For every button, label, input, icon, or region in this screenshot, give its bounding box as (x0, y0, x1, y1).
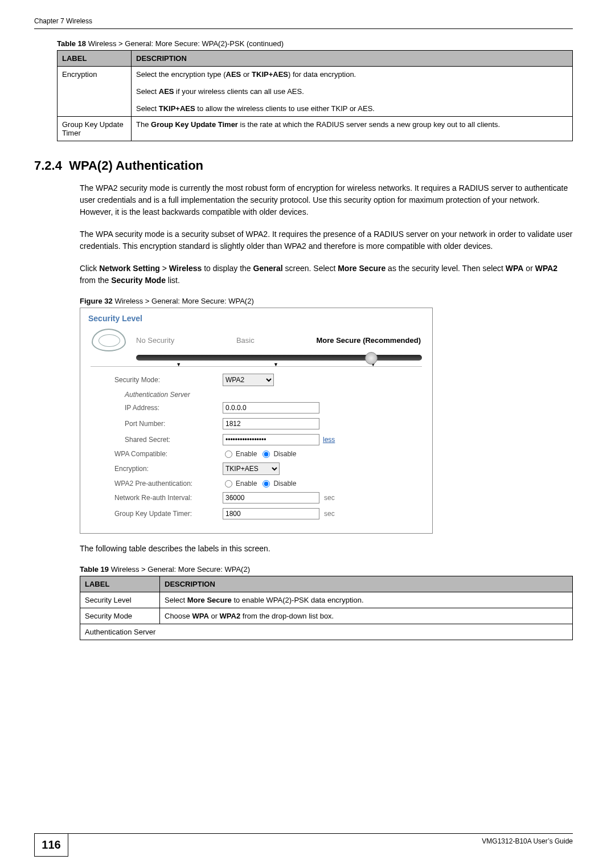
secret-row: Shared Secret: less (114, 434, 415, 445)
ip-input[interactable] (223, 402, 319, 413)
table19-head-row: LABEL DESCRIPTION (80, 576, 573, 592)
p3a: Click (80, 264, 99, 273)
auth-server-header: Authentication Server (125, 391, 415, 399)
t18r1l2c: if your wireless clients can all use AES… (174, 87, 304, 96)
p3o: list. (166, 276, 180, 285)
t19r2c: or (209, 612, 220, 620)
t19r2a: Choose (165, 612, 192, 620)
group-key-row: Group Key Update Timer: sec (114, 508, 415, 519)
t18r1l3b: TKIP+AES (159, 104, 195, 113)
t19r2b: WPA (192, 612, 208, 620)
table18-r2-desc: The Group Key Update Timer is the rate a… (132, 117, 573, 141)
figure32-caption-text: Wireless > General: More Secure: WPA(2) (113, 297, 254, 305)
slider-tick: ▼ (273, 362, 278, 366)
post-figure-text: The following table describes the labels… (80, 543, 573, 555)
p3b: Network Setting (99, 264, 160, 273)
table18-head-label: LABEL (58, 51, 132, 67)
p3h: More Secure (338, 264, 385, 273)
p3f: General (253, 264, 283, 273)
security-level-slider[interactable]: ▼ ▼ ▼ (136, 355, 422, 361)
t19-r3-label: Authentication Server (80, 624, 573, 640)
wpa-compat-row: WPA Compatible: Enable Disable (114, 450, 415, 458)
table18-head-row: LABEL DESCRIPTION (58, 51, 573, 67)
group-key-unit: sec (324, 510, 335, 518)
p3m: from the (80, 276, 111, 285)
port-label: Port Number: (114, 420, 223, 428)
preauth-disable-radio[interactable] (263, 480, 270, 488)
t18r1l3c: to allow the wireless clients to use eit… (195, 104, 375, 113)
ip-row: IP Address: (114, 402, 415, 413)
less-link[interactable]: less (323, 436, 335, 444)
section-title: WPA(2) Authentication (69, 158, 203, 173)
t18r2b: Group Key Update Timer (151, 120, 238, 129)
p3e: to display the (202, 264, 253, 273)
table18-caption: Table 18 Wireless > General: More Secure… (57, 39, 573, 48)
security-level-row: No Security Basic More Secure (Recommend… (92, 329, 421, 351)
t19-r1-desc: Select More Secure to enable WPA(2)-PSK … (160, 592, 573, 608)
port-input[interactable] (223, 418, 319, 429)
preauth-enable-radio[interactable] (225, 480, 232, 488)
page-number: 116 (34, 834, 68, 857)
t18r1l3a: Select (136, 104, 159, 113)
footer-row: 116 VMG1312-B10A User’s Guide (34, 834, 573, 857)
level-no-security: No Security (136, 336, 174, 345)
table-row: Encryption Select the encryption type (A… (58, 67, 573, 117)
t19-r2-label: Security Mode (80, 608, 160, 624)
slider-knob[interactable] (365, 352, 378, 365)
encryption-select[interactable]: TKIP+AES (223, 462, 280, 475)
form-area: Security Mode: WPA2 Authentication Serve… (114, 374, 415, 519)
encryption-row: Encryption: TKIP+AES (114, 462, 415, 475)
t19r1a: Select (165, 596, 187, 604)
group-key-label: Group Key Update Timer: (114, 510, 223, 518)
table19-caption-num: Table 19 (80, 565, 109, 574)
p3c: > (160, 264, 169, 273)
chapter-label: Chapter 7 Wireless (34, 17, 92, 25)
group-key-input[interactable] (223, 508, 319, 519)
t18r1l1b: AES (226, 70, 241, 79)
table18-r2-label: Group Key Update Timer (58, 117, 132, 141)
p3n: Security Mode (111, 276, 166, 285)
t18r1l2b: AES (159, 87, 174, 96)
preauth-row: WPA2 Pre-authentication: Enable Disable (114, 480, 415, 488)
enable-label: Enable (236, 450, 257, 458)
p3j: WPA (506, 264, 524, 273)
disable-label-2: Disable (273, 480, 296, 488)
panel-title: Security Level (88, 314, 432, 323)
table-row: Security Mode Choose WPA or WPA2 from th… (80, 608, 573, 624)
wpa-compat-disable-radio[interactable] (263, 451, 270, 458)
preauth-radios: Enable Disable (223, 480, 296, 488)
section-heading: 7.2.4 WPA(2) Authentication (34, 158, 573, 173)
level-basic: Basic (236, 336, 255, 345)
table18-caption-num: Table 18 (57, 39, 86, 48)
figure32-caption-num: Figure 32 (80, 297, 113, 305)
secret-input[interactable] (223, 434, 319, 445)
t18r1l1e: ) for data encryption. (288, 70, 356, 79)
footer-guide-name: VMG1312-B10A User’s Guide (68, 834, 573, 857)
ip-label: IP Address: (114, 404, 223, 412)
p3g: screen. Select (283, 264, 338, 273)
port-row: Port Number: (114, 418, 415, 429)
table-row: Security Level Select More Secure to ena… (80, 592, 573, 608)
table18-r1-desc: Select the encryption type (AES or TKIP+… (132, 67, 573, 117)
security-mode-select[interactable]: WPA2 (223, 374, 274, 386)
table19: LABEL DESCRIPTION Security Level Select … (80, 576, 573, 640)
t18r2c: is the rate at which the RADIUS server s… (238, 120, 500, 129)
t19r2d: WPA2 (220, 612, 241, 620)
table19-head-desc: DESCRIPTION (160, 576, 573, 592)
slider-tick: ▼ (176, 362, 181, 366)
reauth-input[interactable] (223, 492, 319, 503)
reauth-unit: sec (324, 494, 335, 502)
disable-label: Disable (273, 450, 296, 458)
p3i: as the security level. Then select (385, 264, 506, 273)
table-row: Authentication Server (80, 624, 573, 640)
t18r1l2a: Select (136, 87, 159, 96)
t19r2e: from the drop-down list box. (240, 612, 334, 620)
para-3: Click Network Setting > Wireless to disp… (80, 263, 573, 286)
security-mode-row: Security Mode: WPA2 (114, 374, 415, 386)
wpa-compat-enable-radio[interactable] (225, 451, 232, 458)
wpa-compat-radios: Enable Disable (223, 450, 296, 458)
table-row: Group Key Update Timer The Group Key Upd… (58, 117, 573, 141)
p3l: WPA2 (535, 264, 557, 273)
t19-r2-desc: Choose WPA or WPA2 from the drop-down li… (160, 608, 573, 624)
t19r1c: to enable WPA(2)-PSK data encryption. (232, 596, 364, 604)
